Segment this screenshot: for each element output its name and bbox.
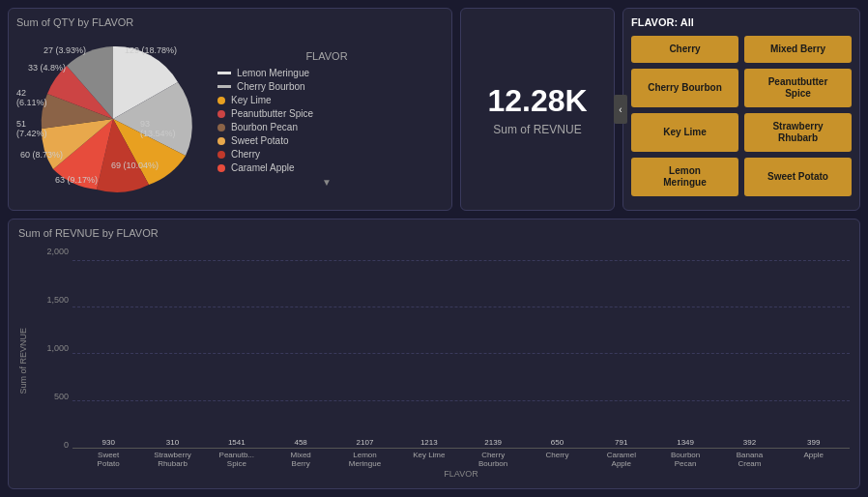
y-label-0: 0 bbox=[64, 440, 69, 450]
x-label-0: SweetPotato bbox=[76, 451, 140, 469]
flavor-filter-panel: ‹ FLAVOR: All Cherry Mixed Berry Cherry … bbox=[622, 8, 860, 211]
legend-color-1 bbox=[217, 72, 231, 74]
bar-value-10: 392 bbox=[743, 438, 756, 447]
legend-item-8: Caramel Apple bbox=[217, 162, 436, 173]
legend-color-2 bbox=[217, 85, 231, 88]
pie-label-9: 27 (3.93%) bbox=[43, 45, 86, 55]
kpi-value: 12.28K bbox=[487, 83, 587, 119]
legend-label-2: Cherry Bourbon bbox=[237, 81, 305, 92]
pie-label-7: 42(6.11%) bbox=[16, 88, 47, 107]
legend-item-1: Lemon Meringue bbox=[217, 68, 436, 78]
bar-value-3: 458 bbox=[294, 438, 306, 447]
bar-value-0: 930 bbox=[101, 438, 114, 447]
flavor-btn-strawberry[interactable]: StrawberryRhubarb bbox=[744, 113, 852, 152]
y-label-1000: 1,000 bbox=[46, 343, 69, 353]
pie-title: Sum of QTY by FLAVOR bbox=[16, 16, 444, 28]
x-label-3: MixedBerry bbox=[269, 451, 333, 469]
dashboard: Sum of QTY by FLAVOR bbox=[0, 0, 868, 497]
pie-label-6: 51(7.42%) bbox=[16, 119, 47, 138]
bars-and-grid: 9303101541458210712132139650791134939239… bbox=[72, 243, 850, 449]
flavor-btn-peanut-spice[interactable]: PeanutbutterSpice bbox=[744, 69, 852, 107]
bars-row: 9303101541458210712132139650791134939239… bbox=[72, 243, 850, 448]
x-label-6: CherryBourbon bbox=[461, 451, 525, 469]
legend-label-6: Sweet Potato bbox=[231, 135, 288, 146]
pie-chart: 129 (18.78%) 93(13.54%) 69 (10.04%) 63 (… bbox=[16, 32, 210, 206]
y-axis-title-container: Sum of REVNUE bbox=[18, 243, 36, 479]
legend-title: FLAVOR bbox=[217, 50, 436, 62]
bar-chart-inner: Sum of REVNUE 2,000 1,500 1,000 500 0 bbox=[18, 243, 850, 479]
legend-item-2: Cherry Bourbon bbox=[217, 81, 436, 92]
flavor-btn-lemon[interactable]: LemonMeringue bbox=[631, 158, 738, 196]
legend-panel: FLAVOR Lemon Meringue Cherry Bourbon Key… bbox=[210, 46, 444, 191]
flavor-grid: Cherry Mixed Berry Cherry Bourbon Peanut… bbox=[631, 36, 852, 196]
flavor-btn-cherry-bourbon[interactable]: Cherry Bourbon bbox=[631, 69, 738, 107]
pie-content: 129 (18.78%) 93(13.54%) 69 (10.04%) 63 (… bbox=[16, 32, 444, 206]
bar-value-2: 1541 bbox=[228, 438, 246, 447]
legend-item-3: Key Lime bbox=[217, 95, 436, 105]
flavor-btn-key-lime[interactable]: Key Lime bbox=[631, 113, 738, 152]
flavor-btn-mixed-berry[interactable]: Mixed Berry bbox=[744, 36, 852, 63]
pie-panel: Sum of QTY by FLAVOR bbox=[8, 8, 452, 211]
y-label-1500: 1,500 bbox=[46, 295, 69, 305]
legend-chevron-down[interactable]: ▼ bbox=[217, 177, 436, 188]
legend-item-5: Bourbon Pecan bbox=[217, 122, 436, 132]
x-label-4: LemonMeringue bbox=[333, 451, 396, 469]
pie-label-3: 69 (10.04%) bbox=[111, 161, 159, 170]
pie-label-1: 129 (18.78%) bbox=[125, 45, 177, 55]
chevron-left-icon[interactable]: ‹ bbox=[614, 95, 627, 124]
legend-color-4 bbox=[217, 110, 225, 118]
x-label-7: Cherry bbox=[525, 451, 589, 469]
legend-label-5: Bourbon Pecan bbox=[231, 122, 298, 132]
x-axis-title: FLAVOR bbox=[72, 469, 850, 479]
x-label-2: Peanutb...Spice bbox=[205, 451, 269, 469]
kpi-label: Sum of REVNUE bbox=[493, 123, 581, 136]
x-label-9: BourbonPecan bbox=[653, 451, 717, 469]
x-label-5: Key Lime bbox=[397, 451, 461, 469]
pie-label-4: 63 (9.17%) bbox=[55, 175, 98, 185]
bar-group-3: 458 bbox=[269, 438, 333, 448]
y-axis: 2,000 1,500 1,000 500 0 bbox=[36, 243, 72, 479]
legend-item-7: Cherry bbox=[217, 149, 436, 160]
bar-value-9: 1349 bbox=[677, 438, 694, 447]
bar-group-10: 392 bbox=[717, 438, 781, 448]
legend-item-4: Peanutbutter Spice bbox=[217, 108, 436, 119]
bar-group-11: 399 bbox=[782, 438, 846, 448]
bar-group-7: 650 bbox=[525, 438, 589, 448]
bar-group-5: 1213 bbox=[397, 438, 461, 448]
y-label-500: 500 bbox=[54, 392, 69, 401]
legend-color-6 bbox=[217, 137, 225, 145]
legend-label-7: Cherry bbox=[231, 149, 260, 160]
kpi-panel: 12.28K Sum of REVNUE bbox=[460, 8, 615, 211]
bar-group-4: 2107 bbox=[333, 438, 396, 448]
x-label-11: Apple bbox=[782, 451, 846, 469]
x-label-8: CaramelApple bbox=[590, 451, 653, 469]
x-label-10: BananaCream bbox=[717, 451, 781, 469]
flavor-btn-sweet-potato[interactable]: Sweet Potato bbox=[744, 158, 852, 196]
legend-label-4: Peanutbutter Spice bbox=[231, 108, 313, 119]
legend-color-5 bbox=[217, 124, 225, 132]
bar-value-11: 399 bbox=[807, 438, 820, 447]
legend-label-3: Key Lime bbox=[231, 95, 272, 105]
flavor-panel-title: FLAVOR: All bbox=[631, 16, 852, 28]
bar-value-7: 650 bbox=[551, 438, 564, 447]
y-label-2000: 2,000 bbox=[46, 247, 69, 256]
legend-label-1: Lemon Meringue bbox=[237, 68, 309, 78]
bar-value-4: 2107 bbox=[357, 438, 374, 447]
pie-label-2: 93(13.54%) bbox=[140, 119, 176, 138]
x-labels: SweetPotatoStrawberryRhubarbPeanutb...Sp… bbox=[72, 451, 850, 469]
bar-group-2: 1541 bbox=[205, 438, 269, 448]
bar-value-5: 1213 bbox=[420, 438, 438, 447]
flavor-btn-cherry[interactable]: Cherry bbox=[631, 36, 738, 63]
bar-group-6: 2139 bbox=[461, 438, 525, 448]
legend-color-3 bbox=[217, 97, 225, 104]
bar-value-8: 791 bbox=[615, 438, 627, 447]
y-axis-title: Sum of REVNUE bbox=[18, 328, 28, 395]
bar-chart-title: Sum of REVNUE by FLAVOR bbox=[18, 227, 850, 239]
bar-group-1: 310 bbox=[140, 438, 204, 448]
legend-item-6: Sweet Potato bbox=[217, 135, 436, 146]
x-label-1: StrawberryRhubarb bbox=[140, 451, 204, 469]
bar-group-0: 930 bbox=[76, 438, 140, 448]
pie-label-5: 60 (8.73%) bbox=[20, 150, 63, 160]
bar-value-6: 2139 bbox=[484, 438, 502, 447]
legend-label-8: Caramel Apple bbox=[231, 162, 295, 173]
